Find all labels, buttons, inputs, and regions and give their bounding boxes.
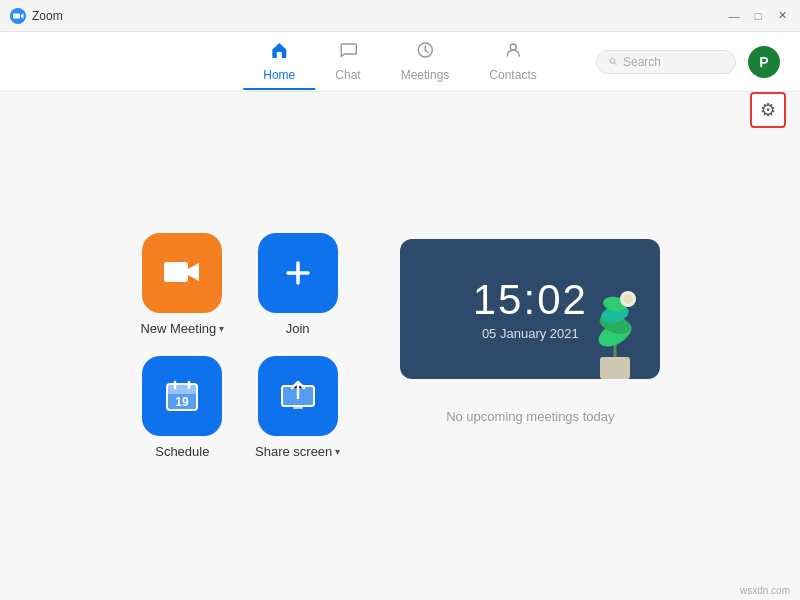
minimize-button[interactable]: —	[726, 8, 742, 24]
search-input[interactable]	[623, 55, 723, 69]
schedule-item[interactable]: 19 Schedule	[140, 356, 225, 459]
video-icon	[163, 259, 201, 287]
tab-home-label: Home	[263, 68, 295, 82]
new-meeting-dropdown-arrow: ▾	[219, 323, 224, 334]
title-bar: Zoom — □ ✕	[0, 0, 800, 32]
new-meeting-label: New Meeting ▾	[140, 321, 224, 336]
share-screen-item[interactable]: Share screen ▾	[255, 356, 340, 459]
tab-home[interactable]: Home	[243, 34, 315, 90]
maximize-button[interactable]: □	[750, 8, 766, 24]
tab-contacts[interactable]: Contacts	[469, 34, 556, 90]
search-icon	[609, 55, 617, 68]
new-meeting-button[interactable]	[142, 233, 222, 313]
avatar[interactable]: P	[748, 46, 780, 78]
join-button[interactable]	[258, 233, 338, 313]
schedule-button[interactable]: 19	[142, 356, 222, 436]
tab-meetings-label: Meetings	[401, 68, 450, 82]
settings-button[interactable]: ⚙	[750, 92, 786, 128]
nav-right: P	[596, 46, 780, 78]
svg-rect-7	[167, 384, 197, 394]
window-controls: — □ ✕	[726, 8, 790, 24]
tab-chat[interactable]: Chat	[315, 34, 380, 90]
gear-icon: ⚙	[760, 99, 776, 121]
calendar-icon: 19	[162, 376, 202, 416]
plant-decoration	[580, 279, 650, 379]
svg-point-3	[510, 44, 516, 50]
svg-text:19: 19	[176, 395, 190, 409]
no-meetings-message: No upcoming meetings today	[400, 379, 660, 454]
tab-chat-label: Chat	[335, 68, 360, 82]
join-label: Join	[286, 321, 310, 336]
nav-tabs: Home Chat Meetings	[243, 34, 556, 90]
meetings-icon	[415, 40, 435, 65]
svg-point-17	[623, 294, 633, 304]
contacts-icon	[503, 40, 523, 65]
join-item[interactable]: Join	[255, 233, 340, 336]
main-content: New Meeting ▾ Join 19	[0, 92, 800, 600]
right-panel: 15:02 05 January 2021 No upcoming meetin…	[400, 239, 660, 454]
share-screen-dropdown-arrow: ▾	[335, 446, 340, 457]
watermark: wsxdn.com	[740, 585, 790, 596]
share-screen-label: Share screen ▾	[255, 444, 340, 459]
app-title: Zoom	[32, 9, 726, 23]
nav-bar: Home Chat Meetings	[0, 32, 800, 92]
clock-date: 05 January 2021	[482, 326, 579, 341]
search-box[interactable]	[596, 50, 736, 74]
svg-rect-5	[164, 262, 188, 282]
tab-contacts-label: Contacts	[489, 68, 536, 82]
new-meeting-item[interactable]: New Meeting ▾	[140, 233, 225, 336]
svg-rect-1	[277, 52, 282, 58]
app-icon	[10, 8, 26, 24]
home-icon	[269, 40, 289, 65]
clock-time: 15:02	[473, 276, 588, 324]
chat-icon	[338, 40, 358, 65]
plus-icon	[280, 255, 316, 291]
share-screen-button[interactable]	[258, 356, 338, 436]
svg-rect-11	[600, 357, 630, 379]
svg-rect-10	[293, 406, 303, 409]
action-grid: New Meeting ▾ Join 19	[140, 233, 341, 459]
close-button[interactable]: ✕	[774, 8, 790, 24]
share-screen-icon	[279, 378, 317, 414]
clock-card: 15:02 05 January 2021	[400, 239, 660, 379]
schedule-label: Schedule	[155, 444, 209, 459]
tab-meetings[interactable]: Meetings	[381, 34, 470, 90]
